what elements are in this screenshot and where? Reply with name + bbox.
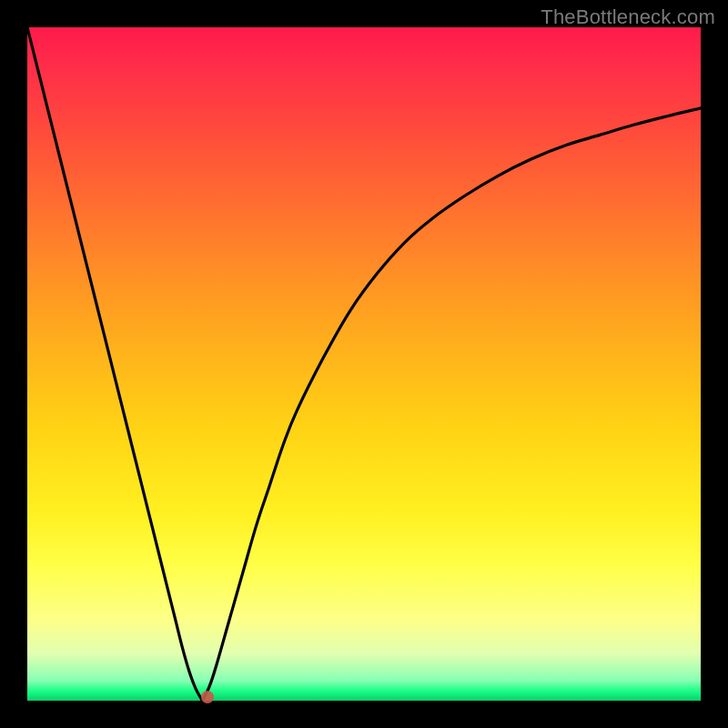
bottleneck-curve-right <box>202 108 701 701</box>
bottleneck-curve-left <box>27 27 202 701</box>
watermark-text: TheBottleneck.com <box>541 5 715 29</box>
curve-svg <box>27 27 701 701</box>
optimal-point-marker <box>201 691 214 703</box>
chart-frame: TheBottleneck.com <box>0 0 728 728</box>
plot-area <box>27 27 701 701</box>
